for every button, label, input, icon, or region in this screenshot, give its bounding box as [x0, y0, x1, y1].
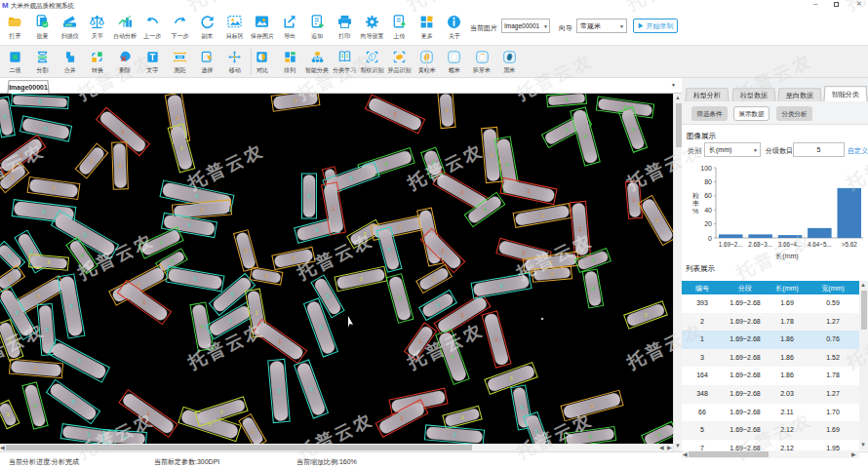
svg-text:5: 5 — [387, 247, 390, 253]
svg-text:3: 3 — [644, 312, 647, 318]
svg-text:1: 1 — [527, 188, 530, 194]
svg-text:5: 5 — [77, 358, 80, 364]
svg-text:2: 2 — [292, 255, 295, 261]
svg-text:2: 2 — [251, 428, 254, 434]
svg-text:1: 1 — [393, 111, 396, 117]
svg-text:2: 2 — [445, 107, 448, 113]
svg-text:3: 3 — [179, 145, 182, 151]
svg-text:4: 4 — [565, 127, 568, 133]
svg-text:40: 40 — [704, 207, 712, 214]
svg-text:3: 3 — [47, 259, 50, 265]
svg-text:粒: 粒 — [692, 192, 699, 199]
svg-text:5: 5 — [3, 114, 6, 120]
svg-text:3.66~4...: 3.66~4... — [778, 241, 803, 248]
svg-text:5: 5 — [499, 283, 502, 289]
svg-text:1: 1 — [494, 336, 497, 342]
svg-text:4: 4 — [565, 97, 568, 102]
svg-text:4: 4 — [398, 295, 401, 301]
svg-text:4: 4 — [588, 434, 591, 440]
svg-text:60: 60 — [704, 192, 712, 199]
svg-text:2: 2 — [432, 276, 435, 282]
svg-text:5: 5 — [309, 386, 312, 392]
svg-text:5: 5 — [277, 388, 280, 394]
svg-text:2: 2 — [36, 293, 39, 299]
svg-text:2: 2 — [655, 217, 658, 223]
svg-text:80: 80 — [704, 178, 712, 185]
svg-text:4: 4 — [483, 207, 486, 213]
svg-text:3: 3 — [460, 414, 463, 420]
svg-text:5: 5 — [230, 292, 233, 297]
svg-text:0: 0 — [708, 235, 712, 242]
svg-text:100: 100 — [700, 165, 712, 172]
svg-text:4: 4 — [657, 432, 660, 438]
svg-text:2: 2 — [8, 276, 11, 282]
svg-text:4: 4 — [631, 127, 634, 133]
svg-text:4: 4 — [583, 134, 586, 139]
svg-text:2: 2 — [550, 271, 553, 277]
svg-text:2: 2 — [294, 98, 296, 103]
svg-text:1: 1 — [278, 338, 281, 344]
svg-text:5: 5 — [436, 302, 439, 308]
svg-text:1: 1 — [400, 415, 403, 421]
svg-text:4: 4 — [591, 257, 594, 263]
svg-text:5: 5 — [349, 176, 352, 181]
svg-text:1: 1 — [142, 299, 145, 305]
svg-text:2: 2 — [264, 273, 267, 279]
svg-text:2: 2 — [244, 248, 247, 254]
svg-text:2: 2 — [90, 158, 93, 164]
svg-text:4: 4 — [159, 240, 162, 246]
svg-text:1: 1 — [460, 312, 463, 318]
svg-text:4: 4 — [384, 161, 387, 167]
svg-text:2: 2 — [398, 224, 401, 230]
svg-text:4.64~5...: 4.64~5... — [808, 241, 832, 248]
svg-text:2: 2 — [490, 152, 493, 158]
svg-text:5: 5 — [29, 249, 32, 254]
svg-text:5: 5 — [8, 254, 11, 259]
svg-text:3: 3 — [208, 421, 211, 427]
svg-text:5: 5 — [193, 276, 196, 282]
svg-text:>5.62: >5.62 — [842, 241, 857, 248]
svg-text:1: 1 — [121, 129, 124, 135]
svg-text:2: 2 — [540, 213, 543, 218]
svg-text:2: 2 — [118, 163, 121, 169]
svg-text:5: 5 — [42, 209, 45, 215]
svg-text:1: 1 — [522, 250, 525, 255]
svg-text:5: 5 — [83, 232, 86, 238]
svg-text:1: 1 — [418, 338, 421, 344]
svg-text:4: 4 — [170, 258, 173, 264]
svg-text:5: 5 — [319, 325, 322, 331]
svg-text:5: 5 — [315, 227, 318, 233]
svg-text:5: 5 — [38, 98, 41, 104]
svg-text:2: 2 — [137, 282, 139, 288]
svg-text:3: 3 — [219, 409, 222, 414]
svg-text:2: 2 — [52, 185, 55, 191]
svg-text:1: 1 — [632, 197, 635, 203]
svg-text:4: 4 — [505, 162, 508, 168]
svg-text:4: 4 — [200, 324, 203, 330]
svg-text:2: 2 — [200, 207, 203, 213]
svg-text:3: 3 — [6, 411, 9, 417]
svg-text:5: 5 — [326, 293, 329, 299]
svg-text:5: 5 — [187, 222, 190, 228]
svg-text:率: 率 — [692, 200, 699, 207]
svg-text:1.69~2...: 1.69~2... — [719, 241, 743, 248]
svg-text:20: 20 — [704, 220, 712, 227]
svg-text:2: 2 — [176, 115, 178, 121]
svg-text:5: 5 — [44, 126, 47, 132]
svg-text:5: 5 — [453, 432, 455, 438]
svg-text:4: 4 — [591, 286, 594, 292]
svg-text:2: 2 — [34, 366, 37, 371]
svg-text:3: 3 — [359, 276, 362, 282]
svg-text:1: 1 — [332, 206, 335, 212]
svg-text:4: 4 — [33, 403, 36, 409]
svg-text:2.68~3...: 2.68~3... — [748, 241, 772, 248]
svg-text:3: 3 — [509, 375, 512, 381]
svg-text:%: % — [692, 208, 698, 215]
svg-text:5: 5 — [520, 405, 523, 410]
svg-text:3: 3 — [255, 310, 257, 316]
svg-text:4: 4 — [80, 253, 83, 258]
svg-text:5: 5 — [71, 399, 74, 405]
svg-text:5: 5 — [15, 310, 18, 316]
svg-text:2: 2 — [590, 403, 593, 409]
svg-text:5: 5 — [307, 193, 310, 199]
